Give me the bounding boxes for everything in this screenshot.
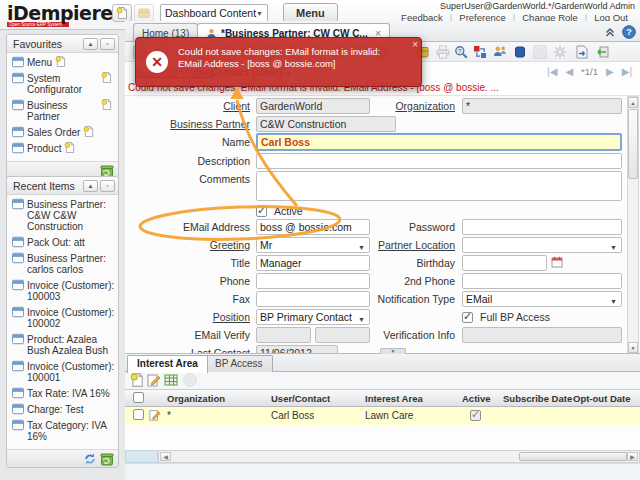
column-header-subscribe-date[interactable]: Subscribe Date xyxy=(503,393,572,404)
table-row[interactable]: * Carl Boss Lawn Care ✓ xyxy=(125,407,640,425)
favourite-item-sales-order[interactable]: Sales Order xyxy=(12,127,115,138)
tab-interest-area[interactable]: Interest Area xyxy=(127,355,208,373)
scrollbar-thumb[interactable] xyxy=(628,109,638,179)
comments-textarea[interactable] xyxy=(256,171,622,201)
recent-item[interactable]: Tax Category: IVA 16% xyxy=(12,420,115,442)
partner-location-label[interactable]: Partner Location xyxy=(353,238,455,253)
partner-location-select[interactable]: ▼ xyxy=(462,237,622,253)
next-record-button[interactable]: ▶ xyxy=(606,66,614,77)
edit-row-icon[interactable] xyxy=(149,409,161,421)
greeting-label[interactable]: Greeting xyxy=(128,238,250,253)
window-icon xyxy=(12,56,24,68)
new-record-icon[interactable] xyxy=(55,56,66,67)
email-verify-field-1 xyxy=(256,327,311,343)
position-label[interactable]: Position xyxy=(128,310,250,325)
full-bp-access-checkbox[interactable]: ✓ xyxy=(462,312,473,323)
record-counter: *1/1 xyxy=(581,66,598,77)
new-record-icon[interactable] xyxy=(101,99,112,110)
column-header-organization[interactable]: Organization xyxy=(167,393,225,404)
recent-item[interactable]: Invoice (Customer): 100001 xyxy=(12,361,115,383)
collapse-panel-button[interactable]: ▴ xyxy=(83,180,98,192)
window-icon xyxy=(12,72,24,84)
column-header-user-contact[interactable]: User/Contact xyxy=(271,393,330,404)
full-bp-access-label: Full BP Access xyxy=(480,311,550,323)
scrollbar-thumb[interactable] xyxy=(519,452,627,461)
window-icon xyxy=(12,360,24,372)
favourite-item-system-configurator[interactable]: System Configurator xyxy=(12,73,115,95)
new-record-icon[interactable] xyxy=(64,142,75,153)
edit-record-icon[interactable] xyxy=(147,373,161,387)
export-icon[interactable] xyxy=(575,45,589,59)
recent-item[interactable]: Product: Azalea Bush Azalea Bush xyxy=(12,334,115,356)
tab-bp-access[interactable]: BP Access xyxy=(205,355,273,372)
organization-label[interactable]: Organization xyxy=(353,99,455,114)
notification-type-select[interactable]: EMail ▼ xyxy=(462,291,622,307)
previous-record-button[interactable]: ◀ xyxy=(565,66,573,77)
calendar-icon[interactable] xyxy=(551,256,563,268)
maximize-panel-button[interactable]: ▫ xyxy=(100,180,115,192)
second-phone-label: 2nd Phone xyxy=(353,274,455,289)
last-record-button[interactable]: ▶| xyxy=(622,66,632,77)
active-checkbox[interactable]: ✓ xyxy=(256,206,267,217)
client-label[interactable]: Client xyxy=(128,99,250,114)
name-input[interactable] xyxy=(256,133,622,151)
recent-item[interactable]: Pack Out: att xyxy=(12,237,115,248)
collapse-all-icon[interactable] xyxy=(604,26,616,38)
product-info-icon[interactable] xyxy=(513,45,527,59)
folder-button[interactable] xyxy=(134,4,154,22)
column-header-interest-area[interactable]: Interest Area xyxy=(365,393,423,404)
grid-toggle-icon[interactable] xyxy=(164,373,178,387)
delete-bin-icon[interactable] xyxy=(100,452,114,466)
detail-toolbar-icon-disabled xyxy=(183,373,197,387)
collapse-panel-button[interactable]: ▴ xyxy=(83,38,98,50)
share-contacts-icon[interactable] xyxy=(493,45,507,59)
new-record-icon[interactable] xyxy=(130,373,144,387)
print-icon[interactable] xyxy=(436,45,450,59)
favourite-item-menu[interactable]: Menu xyxy=(12,57,115,68)
table-horizontal-scrollbar[interactable]: ◀ ▶ xyxy=(125,450,640,463)
recent-item[interactable]: Charge: Test xyxy=(12,404,115,415)
recent-item[interactable]: Tax Rate: IVA 16% xyxy=(12,388,115,399)
position-select[interactable]: BP Primary Contact ▼ xyxy=(256,309,370,325)
recent-item[interactable]: Invoice (Customer): 100002 xyxy=(12,307,115,329)
recent-item[interactable]: Invoice (Customer): 100003 xyxy=(12,280,115,302)
birthday-label: Birthday xyxy=(353,256,455,271)
scroll-right-button[interactable]: ▶ xyxy=(627,452,638,461)
dashboard-content-select[interactable]: Dashboard Content ▼ xyxy=(160,4,268,22)
recent-item[interactable]: Business Partner: C&W C&W Construction xyxy=(12,199,115,232)
new-record-icon[interactable] xyxy=(101,72,112,83)
select-all-checkbox[interactable] xyxy=(133,392,144,403)
title-label: Title xyxy=(128,256,250,271)
password-input[interactable] xyxy=(462,219,622,235)
menu-button[interactable]: Menu xyxy=(283,3,338,23)
window-icon xyxy=(12,333,24,345)
print-preview-icon[interactable] xyxy=(454,45,468,59)
comments-label: Comments xyxy=(128,172,250,187)
column-header-active[interactable]: Active xyxy=(462,393,491,404)
second-phone-input[interactable] xyxy=(462,273,622,289)
folder-icon xyxy=(138,7,150,19)
import-icon[interactable] xyxy=(595,45,609,59)
new-record-icon[interactable] xyxy=(83,126,94,137)
workflow-icon[interactable] xyxy=(473,45,487,59)
recent-item[interactable]: Business Partner: carlos carlos xyxy=(12,253,115,275)
refresh-icon[interactable] xyxy=(83,452,97,466)
help-icon[interactable] xyxy=(622,25,636,39)
maximize-panel-button[interactable]: ▫ xyxy=(100,38,115,50)
first-record-button[interactable]: |◀ xyxy=(547,66,557,77)
detail-tab-strip: Interest Area BP Access xyxy=(125,354,640,372)
description-input[interactable] xyxy=(256,153,622,169)
favourite-item-business-partner[interactable]: Business Partner xyxy=(12,100,115,122)
favourite-item-product[interactable]: Product xyxy=(12,143,115,154)
scroll-up-button[interactable]: ▲ xyxy=(628,97,638,108)
row-checkbox[interactable] xyxy=(133,409,144,420)
scroll-down-button[interactable]: ▼ xyxy=(628,342,638,353)
new-window-button[interactable] xyxy=(112,4,132,22)
birthday-input[interactable] xyxy=(462,255,547,271)
column-header-opt-out-date[interactable]: Opt-out Date xyxy=(573,393,631,404)
business-partner-label[interactable]: Business Partner xyxy=(128,117,250,132)
scrollbar-track[interactable]: ◀ ▶ xyxy=(158,450,640,463)
form-vertical-scrollbar[interactable]: ▲ ▼ xyxy=(627,96,639,353)
scroll-left-button[interactable]: ◀ xyxy=(160,452,171,461)
close-popup-icon[interactable]: × xyxy=(412,39,418,50)
